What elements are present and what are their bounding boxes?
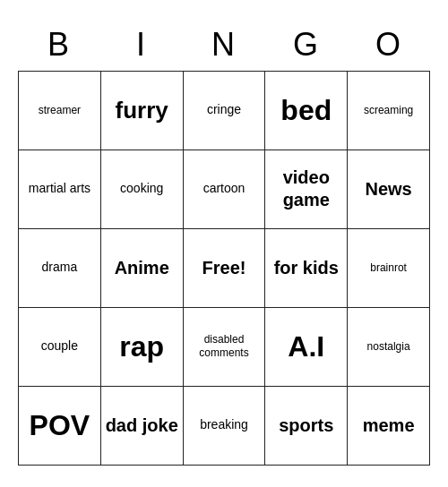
- bingo-cell: streamer: [19, 72, 101, 150]
- bingo-cell: POV: [19, 387, 101, 466]
- bingo-card: BINGO streamerfurrycringebedscreamingmar…: [9, 13, 439, 474]
- bingo-cell: cooking: [101, 150, 184, 229]
- bingo-cell: brainrot: [348, 229, 430, 308]
- bingo-cell: video game: [265, 150, 348, 229]
- bingo-cell: nostalgia: [348, 308, 430, 387]
- bingo-cell: screaming: [348, 72, 430, 150]
- bingo-cell: cringe: [184, 72, 266, 150]
- bingo-cell: meme: [348, 387, 430, 466]
- bingo-cell: drama: [19, 229, 101, 308]
- bingo-cell: furry: [101, 72, 184, 150]
- bingo-cell: rap: [101, 308, 184, 387]
- bingo-grid: streamerfurrycringebedscreamingmartial a…: [18, 71, 430, 466]
- bingo-cell: couple: [19, 308, 101, 387]
- bingo-cell: Free!: [184, 229, 266, 308]
- header-letter: B: [18, 22, 100, 71]
- bingo-cell: cartoon: [184, 150, 266, 229]
- bingo-cell: sports: [265, 387, 348, 466]
- bingo-cell: breaking: [184, 387, 266, 466]
- bingo-cell: News: [348, 150, 430, 229]
- header-letter: O: [348, 22, 430, 71]
- header-letter: I: [100, 22, 183, 71]
- bingo-cell: dad joke: [101, 387, 184, 466]
- bingo-cell: disabled comments: [184, 308, 266, 387]
- bingo-cell: A.I: [265, 308, 348, 387]
- bingo-cell: bed: [265, 72, 348, 150]
- header-letter: G: [265, 22, 348, 71]
- bingo-header: BINGO: [18, 22, 430, 71]
- bingo-cell: for kids: [265, 229, 348, 308]
- bingo-cell: Anime: [101, 229, 184, 308]
- bingo-cell: martial arts: [19, 150, 101, 229]
- header-letter: N: [183, 22, 265, 71]
